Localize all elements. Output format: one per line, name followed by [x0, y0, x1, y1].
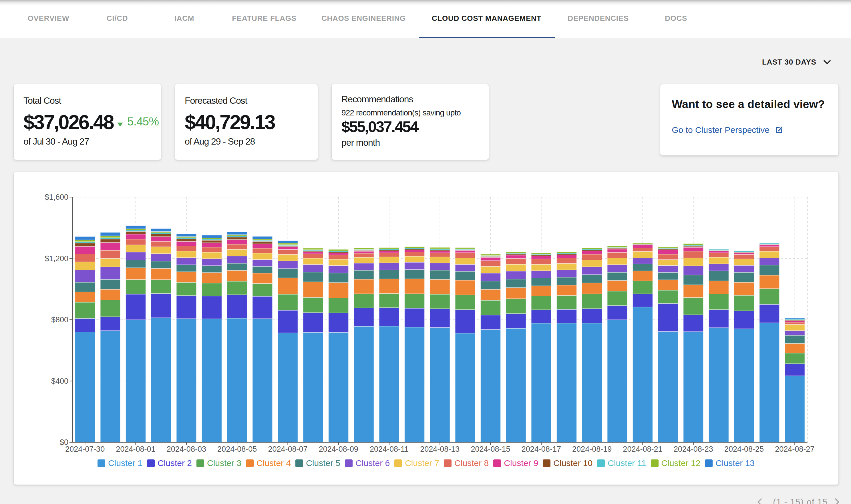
- svg-text:2024-08-13: 2024-08-13: [420, 445, 459, 453]
- svg-text:2024-08-07: 2024-08-07: [268, 445, 308, 453]
- svg-text:2024-07-30: 2024-07-30: [65, 445, 105, 453]
- svg-text:2024-08-05: 2024-08-05: [217, 445, 257, 453]
- svg-text:2024-08-01: 2024-08-01: [116, 445, 156, 453]
- svg-text:2024-08-25: 2024-08-25: [724, 445, 764, 453]
- svg-text:2024-08-27: 2024-08-27: [775, 445, 814, 453]
- svg-text:$800: $800: [51, 316, 68, 324]
- svg-text:2024-08-21: 2024-08-21: [623, 445, 662, 453]
- svg-text:2024-08-09: 2024-08-09: [319, 445, 358, 453]
- svg-text:$1,200: $1,200: [45, 254, 68, 263]
- svg-text:2024-08-11: 2024-08-11: [370, 445, 409, 453]
- svg-text:2024-08-23: 2024-08-23: [674, 445, 713, 453]
- svg-text:2024-08-15: 2024-08-15: [471, 445, 510, 453]
- svg-text:$400: $400: [51, 377, 68, 385]
- svg-text:2024-08-19: 2024-08-19: [572, 445, 612, 453]
- svg-text:2024-08-17: 2024-08-17: [522, 445, 561, 453]
- svg-text:$1,600: $1,600: [45, 193, 68, 201]
- svg-text:2024-08-03: 2024-08-03: [167, 445, 206, 453]
